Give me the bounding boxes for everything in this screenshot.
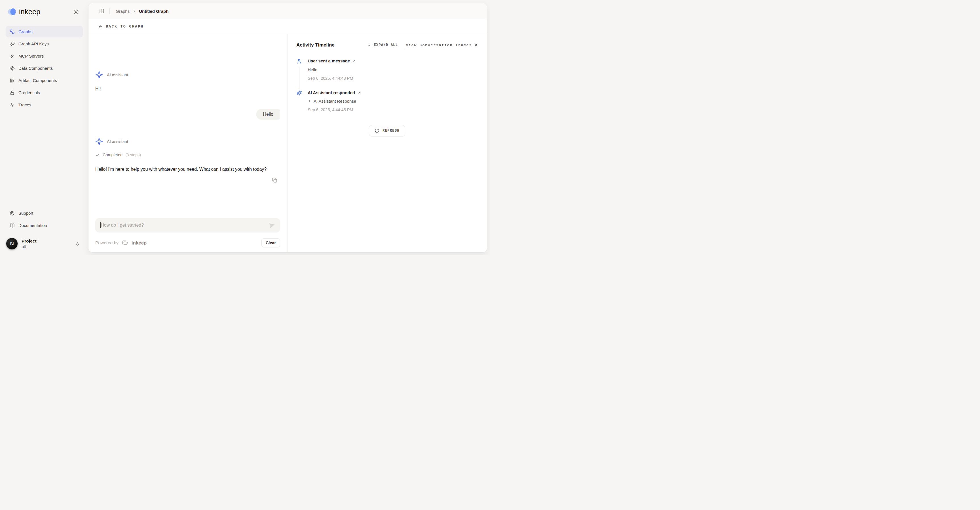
send-button[interactable] (268, 222, 275, 229)
arrow-up-right-icon (352, 59, 356, 63)
sidebar: inkeep Graphs Graph API Keys MCP Servers (0, 0, 89, 255)
powered-by-inkeep-link[interactable]: Powered by inkeep (95, 240, 146, 246)
sidebar-item-label: Credentials (18, 90, 40, 95)
lock-icon (10, 90, 15, 95)
sidebar-item-documentation[interactable]: Documentation (6, 220, 83, 231)
project-selector[interactable]: N Project ult (6, 236, 83, 251)
chat-panel: AI assistant Hi! Hello AI assistant (89, 34, 288, 252)
assistant-message-answer: Hello! I'm here to help you with whateve… (95, 166, 280, 173)
library-icon (10, 78, 15, 83)
theme-toggle-button[interactable] (72, 7, 81, 16)
entry-timestamp: Sep 6, 2025, 4:44:45 PM (308, 107, 478, 112)
powered-by-label: Powered by (95, 240, 119, 245)
entry-body-text: AI Assistant Response (313, 99, 356, 104)
refresh-icon (375, 129, 379, 133)
chat-input-container (95, 218, 280, 232)
user-message-bubble: Hello (256, 109, 280, 120)
arrow-left-icon (98, 24, 103, 29)
entry-title: AI Assistant responded (308, 90, 355, 95)
powered-brand: inkeep (132, 240, 146, 245)
sidebar-item-label: Graphs (18, 29, 32, 34)
timeline-entry-title-link[interactable]: AI Assistant responded (308, 90, 478, 95)
timeline-entry-user: User sent a message Hello Sep 6, 2025, 4… (296, 59, 478, 90)
sidebar-item-label: Documentation (18, 223, 47, 228)
sidebar-item-label: Support (18, 211, 33, 215)
user-icon (296, 59, 302, 64)
sidebar-item-graph-api-keys[interactable]: Graph API Keys (6, 38, 83, 49)
sidebar-item-traces[interactable]: Traces (6, 99, 83, 111)
sidebar-item-credentials[interactable]: Credentials (6, 87, 83, 99)
entry-title: User sent a message (308, 59, 350, 63)
arrow-up-right-icon (358, 91, 361, 94)
nextjs-dev-overlay-badge[interactable]: N (6, 238, 18, 249)
component-icon (10, 66, 15, 71)
sidebar-item-data-components[interactable]: Data Components (6, 62, 83, 74)
copy-button[interactable] (271, 177, 278, 183)
sidebar-item-label: MCP Servers (18, 54, 44, 59)
sidebar-item-artifact-components[interactable]: Artifact Components (6, 75, 83, 86)
inkeep-logo-icon (7, 8, 16, 16)
chevron-right-icon (132, 10, 136, 13)
view-traces-label: View Conversation Traces (406, 43, 472, 47)
sidebar-nav: Graphs Graph API Keys MCP Servers Data C… (6, 26, 83, 111)
sidebar-item-label: Traces (18, 102, 31, 107)
back-to-graph-label: BACK TO GRAPH (106, 24, 144, 29)
copy-icon (272, 178, 277, 183)
activity-icon (10, 102, 15, 107)
timeline-connector (299, 67, 299, 90)
sun-icon (73, 9, 79, 14)
main-card: Graphs Untitled Graph BACK TO GRAPH (89, 3, 487, 252)
panel-left-icon (99, 8, 104, 14)
book-open-icon (10, 223, 15, 228)
breadcrumb: Graphs Untitled Graph (116, 9, 169, 14)
arrow-up-right-icon (474, 43, 478, 47)
refresh-button[interactable]: REFRESH (369, 125, 405, 136)
sidebar-item-label: Graph API Keys (18, 41, 49, 46)
back-row: BACK TO GRAPH (89, 19, 487, 34)
sidebar-item-label: Data Components (18, 66, 53, 71)
completion-status[interactable]: Completed (3 steps) (95, 153, 280, 157)
breadcrumb-current[interactable]: Untitled Graph (139, 9, 169, 14)
assistant-header: AI assistant (95, 71, 280, 78)
composer-area: Powered by inkeep Clear (95, 218, 280, 247)
expand-all-button[interactable]: EXPAND ALL (367, 43, 398, 47)
sidebar-item-support[interactable]: Support (6, 207, 83, 219)
sparkles-icon (95, 137, 103, 145)
key-icon (10, 41, 15, 46)
entry-body-text: Hello (308, 67, 478, 72)
timeline-entries: User sent a message Hello Sep 6, 2025, 4… (296, 59, 478, 122)
life-buoy-icon (10, 211, 15, 216)
avatar-letter: N (10, 241, 14, 247)
inkeep-logo: inkeep (7, 8, 40, 16)
chevron-down-icon (367, 43, 371, 47)
sidebar-toggle-button[interactable] (98, 7, 105, 15)
mcp-icon (10, 54, 15, 59)
brand-wordmark: inkeep (19, 8, 40, 16)
view-conversation-traces-link[interactable]: View Conversation Traces (406, 43, 478, 47)
top-bar: Graphs Untitled Graph (89, 3, 487, 19)
sidebar-footer-nav: Support Documentation (6, 207, 83, 231)
chevrons-up-down-icon (75, 241, 80, 246)
inkeep-hex-icon (121, 240, 129, 246)
back-to-graph-button[interactable]: BACK TO GRAPH (98, 24, 144, 29)
chat-input[interactable] (95, 218, 280, 232)
timeline-entry-title-link[interactable]: User sent a message (308, 59, 478, 63)
refresh-label: REFRESH (383, 129, 399, 133)
clear-button[interactable]: Clear (261, 238, 280, 247)
text-caret (100, 222, 101, 228)
entry-timestamp: Sep 6, 2025, 4:44:43 PM (308, 76, 478, 81)
timeline-entry-assistant: AI Assistant responded AI Assistant Resp… (296, 90, 478, 122)
activity-timeline-panel: Activity Timeline EXPAND ALL View Conver… (288, 34, 487, 252)
status-label: Completed (103, 153, 123, 157)
send-icon (268, 222, 276, 229)
breadcrumb-graphs-link[interactable]: Graphs (116, 9, 130, 14)
sparkles-icon (95, 71, 103, 78)
assistant-message-greeting: Hi! (95, 85, 280, 93)
sidebar-item-mcp-servers[interactable]: MCP Servers (6, 50, 83, 62)
check-icon (95, 153, 100, 157)
expand-all-label: EXPAND ALL (374, 43, 398, 47)
sidebar-item-graphs[interactable]: Graphs (6, 26, 83, 37)
status-steps: (3 steps) (125, 153, 141, 157)
ai-response-expander[interactable]: AI Assistant Response (308, 99, 478, 104)
assistant-header: AI assistant (95, 137, 280, 145)
